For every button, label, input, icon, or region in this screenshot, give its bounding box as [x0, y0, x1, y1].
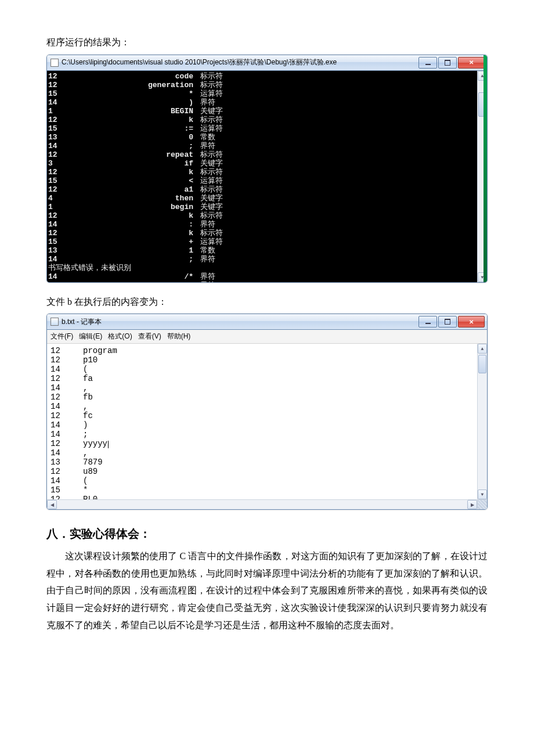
notepad-window: b.txt - 记事本 ✕ 文件(F)编辑(E)格式(O)查看(V)帮助(H) …: [46, 314, 488, 510]
console-row: 12k标示符: [48, 116, 487, 124]
notepad-row: 12yyyyy: [50, 439, 485, 448]
notepad-row: 12program: [50, 346, 485, 355]
console-row: 1BEGIN关键字: [48, 107, 487, 116]
console-icon: [50, 59, 59, 67]
window-buttons: ✕: [417, 316, 485, 327]
minimize-button[interactable]: [418, 57, 437, 69]
notepad-row: 12fa: [50, 374, 485, 383]
notepad-row: 14): [50, 420, 485, 430]
menu-item[interactable]: 帮助(H): [167, 332, 191, 341]
console-row: 12k标示符: [48, 211, 487, 220]
notepad-row: 12fb: [50, 393, 485, 402]
console-row: 15<运算符: [48, 177, 487, 185]
console-row: 15*运算符: [48, 89, 487, 98]
console-scrollbar[interactable]: ▲ ▼: [477, 71, 487, 282]
body-paragraph: 这次课程设计频繁的使用了 C 语言中的文件操作函数，对这方面的知识有了更加深刻的…: [46, 548, 488, 633]
close-button[interactable]: ✕: [458, 316, 485, 327]
notepad-row: 137879: [50, 458, 485, 467]
console-row: 14)界符: [48, 98, 487, 107]
notepad-titlebar: b.txt - 记事本 ✕: [47, 314, 487, 330]
console-row: 3if关键字: [48, 159, 487, 168]
console-row: 14*/界符: [48, 281, 487, 282]
notepad-icon: [50, 318, 59, 326]
console-row: 131常数: [48, 246, 487, 255]
maximize-button[interactable]: [438, 57, 457, 69]
console-row: 14;界符: [48, 142, 487, 150]
section-heading: 八．实验心得体会：: [46, 526, 488, 542]
menu-item[interactable]: 文件(F): [50, 332, 73, 341]
notepad-row: 14(: [50, 365, 485, 374]
notepad-scrollbar[interactable]: ▲ ▼: [477, 344, 487, 499]
console-row: 4then关键字: [48, 194, 487, 203]
notepad-row: 12fc: [50, 411, 485, 420]
scroll-left-icon[interactable]: ◀: [47, 500, 57, 509]
console-row: 15+运算符: [48, 237, 487, 246]
scroll-down-icon[interactable]: ▼: [478, 489, 487, 499]
console-row: 14/*界符: [48, 272, 487, 281]
console-error-line: 书写格式错误，未被识别: [48, 264, 487, 272]
notepad-row: 14,: [50, 402, 485, 411]
console-row: 15:=运算符: [48, 124, 487, 133]
notepad-row: 15*: [50, 485, 485, 495]
console-row: 12a1标示符: [48, 185, 487, 194]
notepad-content[interactable]: 12program12p1014(12fa14,12fb14,12fc14)14…: [47, 344, 487, 499]
scroll-up-icon[interactable]: ▲: [478, 344, 487, 354]
minimize-button[interactable]: [418, 316, 437, 327]
scroll-thumb[interactable]: [478, 355, 486, 373]
resize-grip[interactable]: [477, 500, 487, 509]
notepad-hscroll[interactable]: ◀ ▶: [47, 499, 487, 509]
console-window: C:\Users\liping\documents\visual studio …: [46, 55, 488, 283]
console-row: 12generation标示符: [48, 81, 487, 89]
notepad-row: 12PL0: [50, 495, 485, 499]
console-row: 1begin关键字: [48, 203, 487, 211]
console-output: 12code标示符12generation标示符15*运算符14)界符1BEGI…: [47, 71, 487, 282]
notepad-row: 12u89: [50, 467, 485, 476]
console-row: 12repeat标示符: [48, 150, 487, 159]
notepad-row: 14,: [50, 383, 485, 393]
console-row: 14;界符: [48, 255, 487, 264]
window-buttons: ✕: [417, 57, 485, 69]
console-row: 12k标示符: [48, 168, 487, 177]
text-caret: [108, 441, 109, 448]
console-row: 12k标示符: [48, 229, 487, 237]
scroll-down-icon[interactable]: ▼: [478, 272, 487, 282]
console-row: 130常数: [48, 133, 487, 142]
console-titlebar: C:\Users\liping\documents\visual studio …: [47, 55, 487, 71]
notepad-menubar: 文件(F)编辑(E)格式(O)查看(V)帮助(H): [47, 330, 487, 344]
notepad-row: 14(: [50, 476, 485, 485]
notepad-row: 14,: [50, 448, 485, 458]
maximize-button[interactable]: [438, 316, 457, 327]
scroll-up-icon[interactable]: ▲: [478, 71, 487, 81]
scroll-right-icon[interactable]: ▶: [467, 500, 477, 509]
menu-item[interactable]: 查看(V): [138, 332, 161, 341]
console-row: 14:界符: [48, 220, 487, 229]
console-row: 12code标示符: [48, 72, 487, 81]
notepad-row: 12p10: [50, 355, 485, 365]
intro-line-1: 程序运行的结果为：: [46, 35, 488, 50]
menu-item[interactable]: 格式(O): [108, 332, 132, 341]
scroll-thumb[interactable]: [478, 92, 486, 117]
close-button[interactable]: ✕: [458, 57, 485, 69]
notepad-row: 14;: [50, 430, 485, 439]
menu-item[interactable]: 编辑(E): [79, 332, 102, 341]
notepad-title: b.txt - 记事本: [62, 317, 417, 327]
console-title: C:\Users\liping\documents\visual studio …: [62, 57, 417, 67]
intro-line-2: 文件 b 在执行后的内容变为：: [46, 294, 488, 309]
